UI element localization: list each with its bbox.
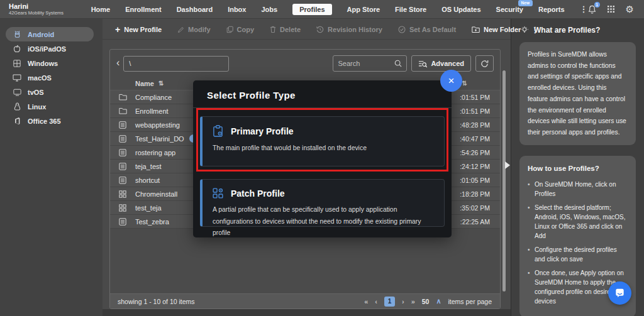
about-profiles-card: Profiles in SureMDM allows admins to con…: [519, 42, 636, 145]
sidebar-item-label: Android: [28, 31, 54, 38]
notifications-button[interactable]: 1: [588, 5, 596, 14]
collapse-help-panel-arrow[interactable]: [505, 161, 510, 169]
new-badge: New: [518, 0, 533, 6]
trash-icon: [270, 26, 276, 33]
select-profile-type-modal: × Select Profile Type Primary Profile Th…: [193, 80, 452, 237]
app-grid-icon: [118, 190, 127, 198]
row-name: webapptesting: [135, 121, 180, 129]
nav-item-enrollment[interactable]: Enrollment: [125, 6, 161, 13]
page-size-value[interactable]: 50: [422, 298, 430, 305]
copy-icon: [226, 26, 233, 33]
row-modified-time: :24:12 PM: [460, 163, 490, 170]
support-chat-button[interactable]: [608, 281, 631, 305]
advanced-label: Advanced: [431, 60, 464, 67]
refresh-button[interactable]: [475, 55, 494, 72]
nav-item-os-updates[interactable]: OS Updates: [441, 6, 480, 13]
page-size-caret-icon[interactable]: ∧: [436, 297, 441, 305]
sidebar-item-label: Office 365: [28, 117, 61, 125]
row-modified-time: :48:28 PM: [460, 121, 490, 129]
patch-profile-title: Patch Profile: [231, 188, 285, 199]
revision-history-button[interactable]: Revision History: [311, 23, 388, 36]
history-icon: [316, 26, 324, 33]
row-name: shortcut: [135, 177, 160, 184]
sidebar-item-linux[interactable]: Linux: [0, 99, 103, 114]
advanced-filter-icon: [418, 60, 427, 68]
windows-icon: [13, 60, 21, 67]
help-panel: What are Profiles? Profiles in SureMDM a…: [511, 19, 644, 316]
search-input[interactable]: [338, 60, 394, 67]
modify-button[interactable]: Modify: [172, 23, 216, 36]
last-page-button[interactable]: »: [411, 298, 415, 305]
prev-page-button[interactable]: ‹: [375, 298, 377, 305]
monitor-icon: [13, 74, 21, 82]
row-name: Test_zebra: [135, 218, 169, 226]
new-profile-button[interactable]: + New Profile: [109, 23, 167, 36]
modified-column-sort-icon[interactable]: ⇅: [462, 80, 467, 87]
advanced-search-button[interactable]: Advanced: [411, 55, 471, 72]
nav-item-profiles[interactable]: Profiles: [292, 4, 331, 15]
nav-item-file-store[interactable]: File Store: [395, 6, 426, 13]
first-page-button[interactable]: «: [364, 298, 368, 305]
pagination-bar: showing 1 - 10 of 10 items « ‹ 1 › » 50 …: [110, 293, 500, 308]
top-navbar: Harini 42Gears Mobility Systems Home Enr…: [0, 0, 644, 19]
profile-doc-icon: [118, 135, 127, 143]
name-column-header[interactable]: Name: [135, 80, 154, 87]
primary-profile-option[interactable]: Primary Profile The main profile that wo…: [200, 116, 445, 166]
modal-close-button[interactable]: ×: [440, 70, 462, 92]
patch-profile-option[interactable]: Patch Profile A partial profile that can…: [200, 179, 445, 227]
sidebar-item-android[interactable]: Android: [6, 27, 94, 41]
sidebar-item-ios[interactable]: iOS/iPadOS: [0, 41, 103, 56]
sidebar-item-tvos[interactable]: tvOS: [0, 85, 103, 99]
modal-title: Select Profile Type: [193, 80, 452, 107]
filter-row: ‹ Advanced: [110, 50, 500, 77]
nav-item-dashboard[interactable]: Dashboard: [177, 6, 213, 13]
settings-button[interactable]: ⚙: [626, 4, 634, 15]
items-per-page-label: items per page: [448, 298, 492, 305]
nav-item-security[interactable]: Security New: [496, 6, 523, 13]
gear-icon: ⚙: [626, 4, 634, 14]
sidebar-item-macos[interactable]: macOS: [0, 70, 103, 85]
folder-path-input[interactable]: [123, 56, 229, 72]
delete-button[interactable]: Delete: [264, 23, 306, 36]
sidebar-item-office-365[interactable]: Office 365: [0, 114, 103, 128]
nav-item-jobs[interactable]: Jobs: [261, 6, 277, 13]
nav-item-app-store[interactable]: App Store: [347, 6, 380, 13]
set-as-default-button[interactable]: Set As Default: [392, 23, 462, 36]
check-circle-icon: [398, 26, 406, 33]
row-name: rostering app: [135, 149, 175, 156]
apps-grid-button[interactable]: [607, 5, 615, 13]
account-name: Harini: [9, 3, 91, 11]
nav-item-home[interactable]: Home: [91, 6, 111, 13]
how-to-bullet: Select the desired platform; Android, iO…: [528, 203, 628, 241]
help-panel-scrollbar[interactable]: [502, 70, 506, 291]
profile-doc-icon: [118, 121, 127, 129]
sidebar-item-label: iOS/iPadOS: [28, 45, 66, 53]
primary-profile-description: The main profile that would be installed…: [213, 143, 434, 155]
apps-grid-icon: [607, 5, 615, 13]
patch-profile-icon: [213, 188, 223, 199]
copy-button[interactable]: Copy: [221, 23, 260, 36]
next-page-button[interactable]: ›: [402, 298, 404, 305]
search-icon[interactable]: [394, 60, 402, 67]
sort-icon[interactable]: ⇅: [158, 80, 164, 87]
nav-item-inbox[interactable]: Inbox: [228, 6, 246, 13]
office-icon: [13, 117, 21, 125]
row-modified-time: :40:47 PM: [460, 135, 490, 143]
folder-plus-icon: [472, 26, 480, 33]
current-page-button[interactable]: 1: [384, 297, 395, 307]
toolbar-more-icon[interactable]: ⋮: [531, 25, 544, 35]
nav-more-menu-icon[interactable]: ⋮: [580, 4, 588, 14]
back-chevron-icon[interactable]: ‹: [115, 57, 123, 70]
nav-icons: 1 ⚙: [588, 4, 644, 15]
nav-item-reports[interactable]: Reports: [538, 6, 565, 13]
sidebar-item-windows[interactable]: Windows: [0, 56, 103, 70]
row-modified-time: :22:25 AM: [460, 218, 490, 226]
sidebar-item-label: macOS: [28, 74, 52, 82]
row-modified-time: :01:05 PM: [460, 177, 490, 184]
new-folder-button[interactable]: New Folder: [466, 23, 526, 36]
search-box: [333, 55, 407, 72]
plus-icon: +: [115, 26, 120, 33]
modal-divider: [193, 107, 452, 108]
sidebar-item-label: tvOS: [28, 89, 44, 96]
row-name: Chromeinstall: [135, 190, 177, 198]
